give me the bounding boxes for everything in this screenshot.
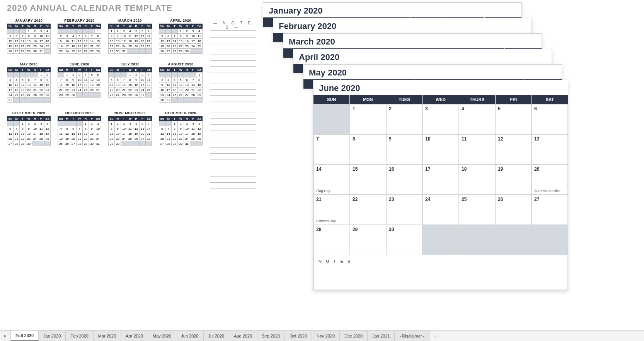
big-day-cell[interactable] [459,225,495,255]
sheet-tab[interactable]: Feb 2020 [66,331,93,341]
big-day-cell[interactable]: 5 [495,104,532,134]
mini-day-cell: 17 [140,82,146,87]
mini-day-cell: 28 [190,93,196,98]
big-day-cell[interactable]: 27 [532,195,568,225]
big-day-cell[interactable]: 14Flag Day [313,165,350,195]
big-day-cell[interactable]: 11 [459,134,495,165]
big-day-cell[interactable]: 23 [386,195,423,225]
mini-day-cell: 5 [159,34,165,39]
big-day-cell[interactable]: 16 [386,165,423,195]
sheet-tab[interactable]: Jun 2020 [176,331,203,341]
mini-day-cell: 17 [38,39,44,44]
big-day-cell[interactable]: 2 [386,104,423,134]
big-day-cell[interactable]: 4 [459,104,495,134]
big-day-cell[interactable]: 12 [495,134,532,165]
sheet-tabs: ▸ Full 2020Jan 2020Feb 2020Mar 2020Apr 2… [0,330,644,341]
sheet-tab[interactable]: - Disclaimer - [395,331,429,341]
sheet-tab[interactable]: Full 2020 [11,331,39,341]
tab-scroll-left[interactable]: ▸ [0,331,11,341]
mini-day-cell: 24 [95,136,101,141]
big-day-cell[interactable]: 7 [313,134,350,165]
mini-day-header: M [165,68,172,72]
sheet-tab[interactable]: Jul 2020 [204,331,230,341]
sheet-tab[interactable]: Jan 2020 [39,331,66,341]
big-day-cell[interactable]: 8 [350,134,386,165]
big-day-cell[interactable]: 28 [313,225,350,255]
mini-day-cell: 23 [89,136,95,141]
mini-day-header: T [121,68,127,72]
mini-day-cell: 16 [26,131,32,136]
sheet-tab[interactable]: Oct 2020 [285,331,312,341]
big-day-cell[interactable]: 29 [350,225,386,255]
mini-day-header: T [121,117,127,121]
sheet-tab[interactable]: Apr 2020 [121,331,148,341]
mini-day-cell: 11 [127,126,133,131]
big-day-cell[interactable] [423,225,459,255]
sheet-tab[interactable]: May 2020 [148,331,176,341]
big-day-cell[interactable]: 1 [350,104,386,134]
mini-day-header: F [190,24,196,29]
big-day-cell[interactable]: 22 [350,195,386,225]
big-day-cell[interactable]: 20Summer Solstice [532,165,568,195]
mini-day-cell: 2 [159,77,165,82]
big-day-cell[interactable]: 25 [459,195,495,225]
big-notes-section[interactable]: N O T E S [313,255,568,290]
mini-day-header: W [26,68,32,72]
mini-day-cell [32,72,38,77]
mini-day-cell: 11 [38,126,44,131]
mini-day-cell: 15 [64,82,70,87]
sheet-tab[interactable]: Jan 2021 [368,331,395,341]
mini-day-cell: 3 [77,72,83,77]
big-day-cell[interactable]: 17 [423,165,459,195]
mini-day-cell: 19 [7,44,14,49]
mini-day-cell: 6 [26,77,32,82]
mini-day-cell: 6 [83,34,89,39]
big-day-cell[interactable] [532,225,568,255]
sheet-tab[interactable]: Aug 2020 [229,331,257,341]
sheet-tab[interactable]: Dec 2020 [340,331,368,341]
mini-day-header: M [115,68,121,72]
add-sheet-button[interactable]: + [429,331,440,341]
big-day-cell[interactable]: 18 [459,165,495,195]
mini-month-grid: SuMTWRFSa1234567891011121314151617181920… [7,116,51,146]
mini-day-cell: 23 [44,87,51,93]
note-line [210,55,256,61]
mini-day-cell: 24 [190,44,196,49]
note-line [210,32,256,38]
big-day-cell[interactable]: 3 [423,104,459,134]
mini-day-header: M [64,68,70,72]
mini-day-cell: 20 [26,87,32,93]
mini-day-cell: 10 [32,126,38,131]
sheet-tab[interactable]: Mar 2020 [94,331,121,341]
big-day-cell[interactable]: 6 [532,104,568,134]
big-day-cell[interactable] [495,225,532,255]
mini-day-header: M [14,24,20,29]
mini-day-header: M [115,117,121,121]
big-day-cell[interactable] [313,104,350,134]
mini-day-cell: 8 [38,77,44,82]
sheet-title: April 2020 [293,49,552,64]
mini-day-cell: 31 [7,98,14,103]
big-day-cell[interactable]: 24 [423,195,459,225]
mini-day-cell: 20 [140,39,146,44]
mini-day-cell: 26 [178,93,184,98]
sheet-tab[interactable]: Nov 2020 [312,331,340,341]
big-day-cell[interactable]: 10 [423,134,459,165]
big-day-cell[interactable]: 19 [495,165,532,195]
sheet-tab[interactable]: Sep 2020 [257,331,285,341]
mini-day-header: F [190,68,196,72]
mini-day-cell: 9 [89,126,95,131]
big-day-cell[interactable]: 21Father's Day [313,195,350,225]
big-day-cell[interactable]: 13 [532,134,568,165]
mini-day-cell: 7 [20,34,26,39]
mini-day-cell: 17 [121,39,127,44]
big-day-cell[interactable]: 15 [350,165,386,195]
mini-day-cell: 7 [146,121,152,126]
big-day-cell[interactable]: 30 [386,225,423,255]
mini-day-cell [89,93,95,98]
mini-day-cell: 11 [146,77,152,82]
big-day-cell[interactable]: 9 [386,134,423,165]
big-day-cell[interactable]: 26 [495,195,532,225]
mini-day-cell: 18 [127,131,133,136]
mini-day-header: R [184,68,190,72]
